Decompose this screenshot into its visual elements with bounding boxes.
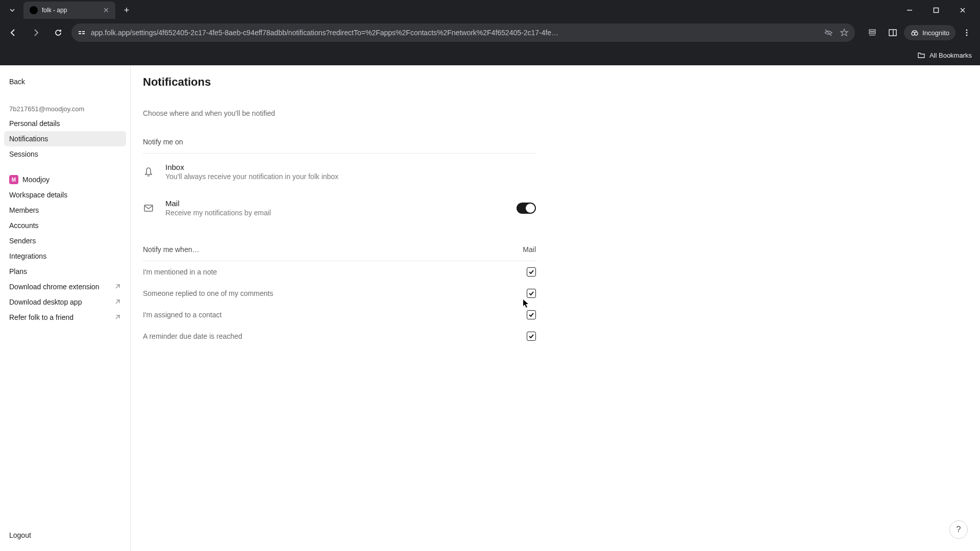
- sidebar-item-refer[interactable]: Refer folk to a friend: [4, 310, 126, 325]
- sidebar-item-senders[interactable]: Senders: [4, 233, 126, 248]
- incognito-badge[interactable]: Incognito: [904, 25, 955, 40]
- back-button[interactable]: [4, 23, 22, 42]
- nav-bar: app.folk.app/settings/4f652405-2c17-4fe5…: [0, 20, 980, 45]
- incognito-icon: [910, 28, 919, 37]
- when-label: I'm assigned to a contact: [143, 311, 222, 319]
- svg-point-12: [915, 32, 918, 35]
- tab-search-button[interactable]: [4, 2, 20, 18]
- back-link[interactable]: Back: [4, 73, 126, 90]
- sidebar-email: 7b217651@moodjoy.com: [4, 102, 126, 116]
- workspace-heading: M Moodjoy: [4, 172, 126, 187]
- channel-title: Inbox: [165, 163, 536, 171]
- site-info-icon[interactable]: [78, 29, 86, 37]
- app-root: Back 7b217651@moodjoy.com Personal detai…: [0, 65, 980, 551]
- svg-rect-1: [934, 8, 939, 13]
- sidebar-item-workspace-details[interactable]: Workspace details: [4, 187, 126, 203]
- channel-desc: Receive my notifications by email: [165, 209, 505, 217]
- browser-chrome: folk - app ✕ + app.folk.app/settings/4f6…: [0, 0, 980, 65]
- forward-button[interactable]: [27, 23, 45, 42]
- channel-desc: You'll always receive your notification …: [165, 172, 536, 181]
- when-row-replied: Someone replied to one of my comments: [143, 283, 536, 304]
- sidebar-item-personal-details[interactable]: Personal details: [4, 116, 126, 131]
- when-label: A reminder due date is reached: [143, 332, 242, 340]
- new-tab-button[interactable]: +: [119, 3, 134, 17]
- notify-when-section: Notify me when… Mail I'm mentioned in a …: [143, 245, 536, 347]
- folder-icon: [917, 51, 925, 59]
- svg-rect-3: [79, 33, 81, 34]
- reload-button[interactable]: [49, 23, 67, 42]
- svg-rect-16: [144, 205, 153, 211]
- svg-rect-2: [79, 31, 81, 32]
- help-button[interactable]: ?: [949, 520, 968, 539]
- svg-point-14: [966, 32, 968, 34]
- close-window-button[interactable]: [951, 2, 974, 18]
- sidebar-item-sessions[interactable]: Sessions: [4, 146, 126, 162]
- main-content: Notifications Choose where and when you'…: [131, 65, 980, 551]
- channel-mail: Mail Receive my notifications by email: [143, 190, 536, 226]
- all-bookmarks-label: All Bookmarks: [929, 52, 972, 59]
- when-row-assigned: I'm assigned to a contact: [143, 304, 536, 325]
- tab-title: folk - app: [42, 7, 67, 14]
- sidebar-item-label: Download chrome extension: [9, 283, 100, 291]
- sidebar: Back 7b217651@moodjoy.com Personal detai…: [0, 65, 131, 551]
- eye-off-icon[interactable]: [823, 28, 834, 38]
- when-row-reminder: A reminder due date is reached: [143, 325, 536, 347]
- sidebar-item-integrations[interactable]: Integrations: [4, 248, 126, 264]
- when-label: Someone replied to one of my comments: [143, 289, 273, 297]
- bookmarks-bar: All Bookmarks: [0, 45, 980, 65]
- minimize-button[interactable]: [898, 2, 921, 18]
- menu-button[interactable]: [958, 23, 976, 42]
- sidebar-item-notifications[interactable]: Notifications: [4, 131, 126, 146]
- window-controls: [898, 2, 980, 18]
- reading-list-icon[interactable]: [863, 23, 881, 42]
- star-icon[interactable]: [840, 28, 849, 37]
- svg-rect-5: [82, 33, 85, 34]
- mail-toggle[interactable]: [517, 203, 536, 214]
- svg-rect-6: [869, 30, 875, 31]
- mail-icon: [143, 203, 154, 214]
- svg-rect-4: [82, 31, 85, 32]
- mail-column-header: Mail: [523, 245, 536, 254]
- when-row-mentioned: I'm mentioned in a note: [143, 261, 536, 283]
- logout-button[interactable]: Logout: [4, 528, 126, 543]
- channel-inbox: Inbox You'll always receive your notific…: [143, 154, 536, 190]
- workspace-icon: M: [9, 175, 18, 184]
- checkbox-replied[interactable]: [527, 289, 536, 298]
- sidebar-item-download-extension[interactable]: Download chrome extension: [4, 279, 126, 294]
- notify-on-section: Notify me on Inbox You'll always receive…: [143, 138, 536, 226]
- sidebar-item-download-desktop[interactable]: Download desktop app: [4, 294, 126, 310]
- sidebar-item-members[interactable]: Members: [4, 203, 126, 218]
- svg-rect-7: [869, 32, 875, 34]
- workspace-name: Moodjoy: [22, 176, 50, 184]
- bell-icon: [143, 166, 154, 178]
- tab-close-button[interactable]: ✕: [103, 6, 109, 14]
- checkbox-assigned[interactable]: [527, 310, 536, 319]
- page-title: Notifications: [143, 76, 980, 89]
- checkbox-reminder[interactable]: [527, 332, 536, 341]
- svg-point-13: [966, 30, 968, 31]
- sidebar-item-plans[interactable]: Plans: [4, 264, 126, 279]
- svg-point-15: [966, 35, 968, 36]
- channel-title: Mail: [165, 199, 505, 208]
- all-bookmarks-button[interactable]: All Bookmarks: [917, 51, 972, 59]
- tab-favicon-icon: [30, 6, 38, 14]
- url-text: app.folk.app/settings/4f652405-2c17-4fe5…: [91, 29, 818, 37]
- sidebar-item-label: Refer folk to a friend: [9, 313, 74, 321]
- svg-point-11: [912, 32, 915, 35]
- toggle-knob: [526, 204, 535, 213]
- external-link-icon: [114, 314, 121, 321]
- notify-on-heading: Notify me on: [143, 138, 536, 154]
- sidebar-item-accounts[interactable]: Accounts: [4, 218, 126, 233]
- page-subtitle: Choose where and when you'll be notified: [143, 109, 980, 117]
- browser-tab[interactable]: folk - app ✕: [23, 2, 115, 19]
- notify-when-heading: Notify me when…: [143, 245, 199, 254]
- when-label: I'm mentioned in a note: [143, 268, 217, 276]
- svg-rect-9: [889, 30, 896, 36]
- checkbox-mentioned[interactable]: [527, 267, 536, 277]
- url-bar[interactable]: app.folk.app/settings/4f652405-2c17-4fe5…: [71, 23, 855, 42]
- external-link-icon: [114, 283, 121, 290]
- maximize-button[interactable]: [925, 2, 947, 18]
- side-panel-icon[interactable]: [884, 23, 902, 42]
- tab-bar: folk - app ✕ +: [0, 0, 980, 20]
- sidebar-item-label: Download desktop app: [9, 298, 82, 306]
